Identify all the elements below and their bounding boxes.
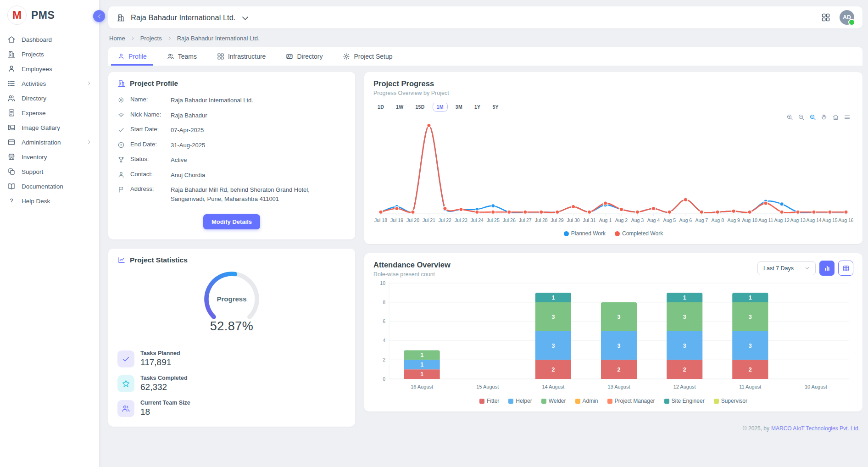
sidebar-item-label: Administration [22,139,61,146]
sidebar-item-employees[interactable]: Employees [0,61,99,76]
modify-details-button[interactable]: Modify Details [203,214,260,229]
svg-text:3: 3 [618,314,621,320]
table-view-button[interactable] [838,261,853,276]
app-root: M PMS DashboardProjectsEmployeesActiviti… [0,0,868,467]
projects-icon [7,50,16,58]
svg-text:2: 2 [618,367,621,373]
legend-item-site-engineer[interactable]: Site Engineer [664,398,705,404]
sidebar-item-help-desk[interactable]: Help Desk [0,194,99,208]
stat-current-team-size: Current Team Size18 [117,400,346,417]
footer: © 2025, byMARCO AIoT Technologies Pvt. L… [364,425,860,432]
range-button-1m[interactable]: 1M [433,102,448,112]
legend-label: Planned Work [571,230,606,237]
selection-zoom-icon[interactable] [809,114,816,121]
svg-text:15 August: 15 August [476,384,499,389]
legend-item-fitter[interactable]: Fitter [479,398,499,404]
svg-text:10: 10 [380,280,385,286]
stat-value: 62,332 [140,382,188,392]
sidebar-item-activities[interactable]: Activities [0,76,99,91]
image-icon [7,123,16,132]
stacked-bar-chart[interactable]: 024681016 August11115 August14 August233… [373,278,853,397]
range-button-1y[interactable]: 1Y [470,102,484,112]
line-chart-legend: Planned WorkCompleted Work [373,230,853,237]
home-icon[interactable] [832,114,839,121]
range-button-3m[interactable]: 3M [451,102,467,112]
tab-label: Directory [297,53,323,60]
legend-item-supervisor[interactable]: Supervisor [714,398,747,404]
people-icon [167,53,174,60]
breadcrumb-item[interactable]: Home [109,35,125,42]
sidebar-item-documentation[interactable]: Documentation [0,179,99,194]
gauge-arc: Progress [188,269,275,320]
pan-icon[interactable] [821,114,828,121]
zoom-in-icon[interactable] [786,114,793,121]
breadcrumb-item[interactable]: Projects [140,35,162,42]
flag-icon [117,186,125,193]
sidebar-item-support[interactable]: Support [0,164,99,179]
field-label: End Date: [130,141,171,148]
sidebar-item-dashboard[interactable]: Dashboard [0,32,99,47]
sidebar-item-label: Activities [22,80,46,87]
svg-text:Aug 5: Aug 5 [663,217,676,223]
legend-item-welder[interactable]: Welder [541,398,566,404]
gear-icon [343,53,350,60]
company-link[interactable]: MARCO AIoT Technologies Pvt. Ltd. [771,425,860,432]
legend-item-admin[interactable]: Admin [575,398,598,404]
menu-icon[interactable] [844,114,851,121]
range-button-5y[interactable]: 5Y [488,102,502,112]
sidebar-item-image-gallary[interactable]: Image Gallary [0,120,99,135]
sidebar-item-expense[interactable]: Expense [0,106,99,120]
tab-infrastructure[interactable]: Infrastructure [211,47,272,66]
line-chart[interactable]: Jul 18Jul 19Jul 20Jul 21Jul 22Jul 23Jul … [373,114,853,229]
gear-icon [117,96,125,104]
content: Project Profile Name:Raja Bahadur Intern… [108,72,862,432]
stat-text: Tasks Planned117,891 [140,350,180,367]
company-selector[interactable]: Raja Bahadur International Ltd. [117,13,250,22]
star-icon [117,375,134,392]
sidebar-item-projects[interactable]: Projects [0,47,99,61]
tab-label: Teams [178,53,197,60]
field-label: Address: [130,185,171,192]
legend-label: Completed Work [622,230,663,237]
tab-profile[interactable]: Profile [111,47,153,66]
svg-text:8: 8 [383,299,385,305]
chevron-down-icon [241,14,250,22]
legend-label: Supervisor [721,398,747,404]
avatar[interactable]: AD [840,10,854,25]
tab-label: Project Setup [354,53,392,60]
range-button-15d[interactable]: 15D [411,102,428,112]
sidebar-nav: DashboardProjectsEmployeesActivitiesDire… [0,30,99,210]
legend-marker [564,231,569,236]
range-button-1d[interactable]: 1D [373,102,388,112]
legend-item-planned-work[interactable]: Planned Work [564,230,606,237]
chart-toolbar [786,114,851,121]
tab-project-setup[interactable]: Project Setup [336,47,399,66]
legend-item-helper[interactable]: Helper [508,398,532,404]
tab-directory[interactable]: Directory [279,47,329,66]
chart-line-icon [117,256,126,264]
sidebar-item-inventory[interactable]: Inventory [0,150,99,164]
legend-item-project-manager[interactable]: Project Manager [607,398,655,404]
sidebar-item-directory[interactable]: Directory [0,91,99,106]
stat-list: Tasks Planned117,891Tasks Completed62,33… [117,350,346,417]
svg-text:Aug 14: Aug 14 [806,217,821,223]
svg-text:12 August: 12 August [673,384,696,389]
stat-text: Current Team Size18 [140,400,190,417]
apps-grid-button[interactable] [821,13,830,22]
sidebar-item-administration[interactable]: Administration [0,135,99,150]
sidebar-collapse-button[interactable] [93,10,105,22]
svg-text:3: 3 [683,314,686,320]
tab-teams[interactable]: Teams [161,47,203,66]
tab-bar: ProfileTeamsInfrastructureDirectoryProje… [108,47,862,66]
range-button-1w[interactable]: 1W [392,102,407,112]
inventory-icon [7,153,16,161]
legend-item-completed-work[interactable]: Completed Work [615,230,663,237]
zoom-out-icon[interactable] [798,114,805,121]
range-select[interactable]: Last 7 Days [757,261,816,275]
bar-view-button[interactable] [819,261,835,276]
svg-text:Jul 20: Jul 20 [406,217,419,223]
svg-text:1: 1 [420,361,423,368]
svg-text:Jul 24: Jul 24 [471,217,484,223]
sidebar-item-label: Directory [22,95,46,102]
profile-field-end-date: End Date:31-Aug-2025 [117,141,346,150]
